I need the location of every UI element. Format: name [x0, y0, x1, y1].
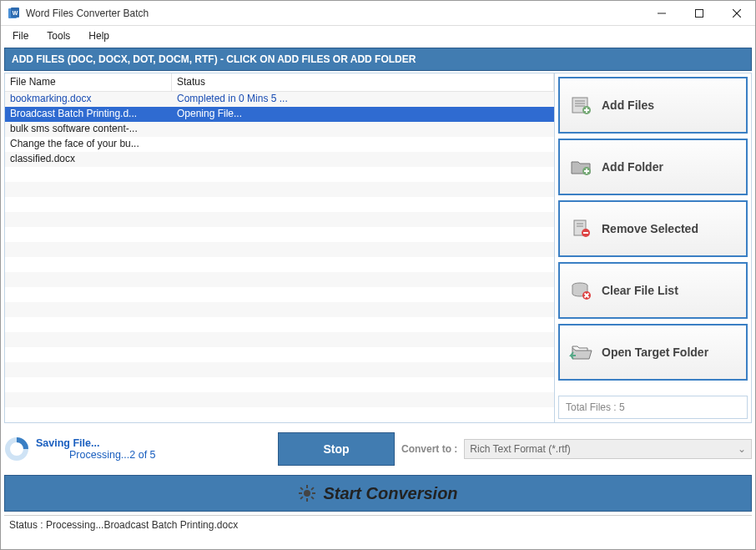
svg-point-27 [304, 490, 310, 497]
cell-filename [5, 392, 172, 407]
cell-filename [5, 182, 172, 197]
main-area: File Name Status bookmarking.docxComplet… [4, 73, 752, 423]
cell-status [172, 347, 554, 362]
start-conversion-button[interactable]: Start Conversion [4, 475, 752, 512]
add-folder-icon [568, 154, 593, 179]
cell-filename [5, 242, 172, 257]
cell-filename: Change the face of your bu... [5, 137, 172, 152]
svg-rect-28 [306, 485, 308, 488]
cell-status [172, 197, 554, 212]
cell-filename [5, 227, 172, 242]
table-row [5, 332, 554, 347]
table-row [5, 182, 554, 197]
table-row [5, 362, 554, 377]
add-folder-button[interactable]: Add Folder [558, 139, 748, 195]
remove-selected-label: Remove Selected [602, 222, 698, 235]
cell-filename: bookmarking.docx [5, 92, 172, 107]
table-row [5, 197, 554, 212]
cell-filename [5, 167, 172, 182]
table-row [5, 317, 554, 332]
open-target-label: Open Target Folder [602, 346, 708, 359]
minimize-button[interactable] [643, 1, 680, 25]
table-row [5, 392, 554, 407]
cell-filename [5, 272, 172, 287]
cell-status [172, 242, 554, 257]
add-files-button[interactable]: Add Files [558, 77, 748, 134]
sidebar: Add Files Add Folder Remove Selected Cle… [555, 73, 751, 422]
window-title: Word Files Converter Batch [26, 8, 643, 19]
convert-format-select[interactable]: Rich Text Format (*.rtf) [464, 439, 752, 459]
menu-help[interactable]: Help [80, 28, 118, 44]
cell-filename [5, 212, 172, 227]
total-files-label: Total Files : 5 [558, 396, 748, 419]
svg-text:W: W [13, 10, 18, 16]
close-button[interactable] [718, 1, 755, 25]
cell-status: Completed in 0 Mins 5 ... [172, 92, 554, 107]
cell-status [172, 392, 554, 407]
svg-rect-32 [300, 487, 304, 490]
cell-status [172, 167, 554, 182]
file-table: File Name Status bookmarking.docxComplet… [5, 73, 555, 422]
menubar: File Tools Help [1, 26, 755, 46]
spinner-icon [4, 436, 29, 462]
cell-status [172, 362, 554, 377]
cell-status [172, 272, 554, 287]
cell-status [172, 122, 554, 137]
table-body[interactable]: bookmarking.docxCompleted in 0 Mins 5 ..… [5, 92, 554, 422]
add-folder-label: Add Folder [602, 160, 663, 174]
cell-filename: classified.docx [5, 152, 172, 167]
table-row[interactable]: classified.docx [5, 152, 554, 167]
instruction-banner: ADD FILES (DOC, DOCX, DOT, DOCM, RTF) - … [4, 48, 752, 71]
column-header-status[interactable]: Status [172, 73, 554, 92]
titlebar: W Word Files Converter Batch [1, 1, 755, 26]
table-row [5, 257, 554, 272]
open-folder-icon [568, 340, 593, 365]
table-row[interactable]: Change the face of your bu... [5, 137, 554, 152]
table-row [5, 212, 554, 227]
table-row [5, 167, 554, 182]
cell-filename [5, 287, 172, 302]
table-row [5, 407, 554, 422]
svg-rect-31 [312, 492, 315, 494]
remove-selected-button[interactable]: Remove Selected [558, 200, 748, 257]
cell-filename [5, 257, 172, 272]
menu-file[interactable]: File [4, 28, 37, 44]
cell-status [172, 287, 554, 302]
column-header-filename[interactable]: File Name [5, 73, 172, 92]
clear-list-icon [568, 278, 593, 303]
convert-to-label: Convert to : [401, 443, 457, 455]
remove-selected-icon [568, 216, 593, 241]
cell-filename: Broadcast Batch Printing.d... [5, 107, 172, 122]
table-row[interactable]: Broadcast Batch Printing.d...Opening Fil… [5, 107, 554, 122]
saving-label: Saving File... [36, 437, 156, 449]
convert-block: Convert to : Rich Text Format (*.rtf) [401, 439, 752, 459]
table-row [5, 377, 554, 392]
svg-rect-4 [695, 9, 703, 17]
start-conversion-label: Start Conversion [323, 484, 457, 503]
window-controls [643, 1, 755, 25]
progress-block: Saving File... Processing...2 of 5 [4, 436, 271, 462]
cell-status [172, 227, 554, 242]
menu-tools[interactable]: Tools [38, 28, 78, 44]
table-row [5, 347, 554, 362]
clear-file-list-button[interactable]: Clear File List [558, 262, 748, 319]
gear-icon [298, 484, 316, 502]
cell-filename [5, 332, 172, 347]
table-row[interactable]: bookmarking.docxCompleted in 0 Mins 5 ..… [5, 92, 554, 107]
cell-filename [5, 407, 172, 422]
cell-status [172, 212, 554, 227]
svg-rect-29 [306, 498, 308, 502]
svg-rect-33 [311, 496, 315, 499]
cell-status [172, 257, 554, 272]
table-row [5, 272, 554, 287]
stop-button[interactable]: Stop [278, 432, 395, 466]
cell-status [172, 377, 554, 392]
table-row[interactable]: bulk sms software content-... [5, 122, 554, 137]
statusbar: Status : Processing...Broadcast Batch Pr… [4, 515, 752, 534]
stop-label: Stop [323, 442, 349, 456]
cell-status [172, 182, 554, 197]
clear-list-label: Clear File List [602, 284, 678, 297]
maximize-button[interactable] [680, 1, 718, 25]
open-target-folder-button[interactable]: Open Target Folder [558, 324, 748, 381]
cell-filename [5, 197, 172, 212]
